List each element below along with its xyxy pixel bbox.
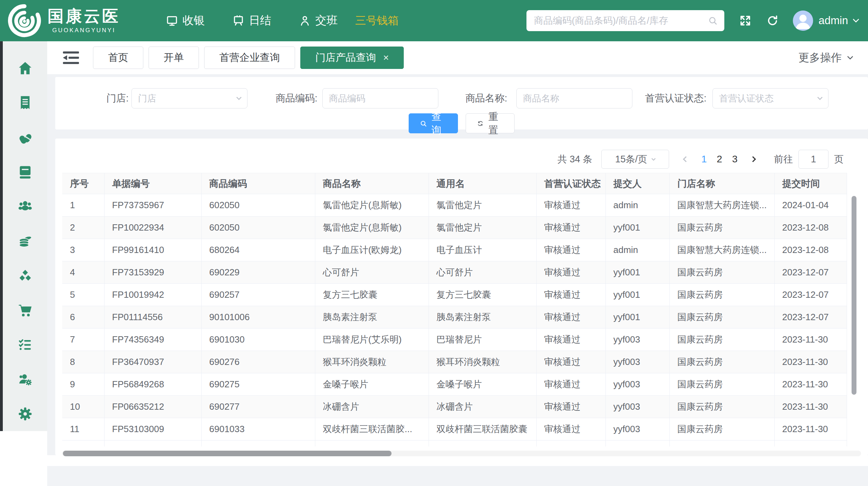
sidebar-item-tasks[interactable] (3, 327, 47, 362)
table-row[interactable]: 4FP73153929690229心可舒片心可舒片审核通过yyf001国康云药房… (62, 261, 861, 284)
results-panel: 共 34 条 15条/页 1 2 3 前往 页 (55, 139, 868, 455)
tab-home[interactable]: 首页 (93, 47, 143, 69)
table-row[interactable]: 9FP56849268690275金嗓子喉片金嗓子喉片审核通过yyf003国康云… (62, 373, 861, 396)
search-button[interactable]: 查询 (409, 113, 458, 133)
store-select-placeholder: 门店 (138, 92, 237, 105)
sidebar-item-staff[interactable] (3, 362, 47, 397)
global-search (526, 10, 724, 31)
table-cell: yyf003 (605, 396, 669, 418)
sidebar-item-purchase[interactable] (3, 293, 47, 327)
more-operations-button[interactable]: 更多操作 (798, 41, 852, 74)
table-cell (429, 441, 536, 447)
scrollbar-gutter (847, 418, 861, 441)
table-cell: 602050 (201, 194, 315, 217)
cubes-icon (17, 268, 33, 284)
refresh-icon[interactable] (766, 14, 779, 27)
table-cell: yyf001 (605, 284, 669, 306)
sidebar-item-medicines[interactable] (3, 120, 47, 155)
table-row[interactable]: 8FP36470937690276猴耳环消炎颗粒猴耳环消炎颗粒审核通过yyf00… (62, 351, 861, 373)
close-icon[interactable]: × (383, 53, 389, 63)
username[interactable]: admin (819, 14, 848, 27)
sidebar-item-inventory[interactable] (3, 258, 47, 293)
sidebar-item-catalog[interactable] (3, 155, 47, 189)
table-row[interactable] (62, 441, 861, 447)
cert-status-select[interactable]: 首营认证状态 (712, 88, 828, 108)
next-page-button[interactable] (746, 150, 760, 169)
table-header-row: 序号单据编号商品编码商品名称通用名首营认证状态提交人门店名称提交时间 (62, 173, 861, 194)
table-cell: 680264 (201, 239, 315, 261)
home-icon (17, 60, 33, 76)
table-cell: 2023-11-30 (774, 418, 847, 441)
table-cell: 氯雷他定片 (429, 194, 536, 217)
page-number-1[interactable]: 1 (696, 150, 712, 169)
table-row[interactable]: 11FP531030096901033双歧杆菌三联活菌胶...双歧杆菌三联活菌胶… (62, 418, 861, 441)
table-cell: 审核通过 (536, 329, 605, 351)
table-cell: 审核通过 (536, 194, 605, 217)
sidebar-item-home[interactable] (3, 51, 47, 86)
table-cell (62, 441, 104, 447)
page-size-select[interactable]: 15条/页 (601, 150, 669, 169)
table-cell: yyf003 (605, 329, 669, 351)
table-cell: 690229 (201, 261, 315, 284)
table-cell: 猴耳环消炎颗粒 (315, 351, 429, 373)
table-row[interactable]: 10FP06635212690277冰硼含片冰硼含片审核通过yyf003国康云药… (62, 396, 861, 418)
page-number-3[interactable]: 3 (727, 150, 743, 169)
search-icon[interactable] (708, 15, 718, 26)
goto-page-input[interactable] (798, 150, 828, 169)
table-cell: 602050 (201, 217, 315, 239)
reset-button[interactable]: 重置 (466, 113, 515, 133)
horizontal-scrollbar-thumb[interactable] (63, 451, 392, 456)
table-cell: 2023-12-08 (774, 217, 847, 239)
tab-store-product-query[interactable]: 门店产品查询 × (300, 47, 404, 69)
fullscreen-icon[interactable] (739, 14, 752, 27)
table-row[interactable]: 6FP0111455690101006胰岛素注射泵胰岛素注射泵审核通过yyf00… (62, 306, 861, 329)
sidebar-item-finance[interactable] (3, 224, 47, 259)
nav-day-end[interactable]: 日结 (232, 13, 271, 28)
table-row[interactable]: 7FP743563496901030巴瑞替尼片(艾乐明)巴瑞替尼片审核通过yyf… (62, 329, 861, 351)
tab-enterprise-query[interactable]: 首营企业查询 (204, 47, 295, 69)
table-row[interactable]: 3FP99161410680264电子血压计(欧姆龙)电子血压计审核通过admi… (62, 239, 861, 261)
board-icon (232, 14, 245, 27)
global-search-input[interactable] (534, 15, 708, 26)
prev-page-button[interactable] (679, 150, 693, 169)
table-cell: 11 (62, 418, 104, 441)
table-cell: 氯雷他定片 (429, 217, 536, 239)
sidebar-item-settings[interactable] (3, 396, 47, 431)
sidebar-toggle-button[interactable] (63, 51, 79, 65)
table-cell: 4 (62, 261, 104, 284)
table-cell: 电子血压计(欧姆龙) (315, 239, 429, 261)
tab-bar: 首页 开单 首营企业查询 门店产品查询 × 更多操作 (47, 41, 868, 74)
chevron-down-icon (847, 54, 853, 60)
table-cell: 审核通过 (536, 284, 605, 306)
table-cell: 审核通过 (536, 261, 605, 284)
column-header: 商品名称 (315, 173, 429, 194)
nav-cashier[interactable]: 收银 (166, 13, 205, 28)
table-cell: 金嗓子喉片 (429, 373, 536, 396)
table-cell: 胰岛素注射泵 (429, 306, 536, 329)
cert-select-placeholder: 首营认证状态 (719, 92, 818, 105)
table-cell: 国康云药房 (669, 284, 774, 306)
checklist-icon (17, 337, 33, 353)
open-tabs: 首页 开单 首营企业查询 门店产品查询 × (93, 47, 404, 69)
user-gear-icon (17, 371, 33, 387)
tab-new-order[interactable]: 开单 (149, 47, 199, 69)
vertical-scrollbar-thumb[interactable] (852, 196, 856, 395)
table-row[interactable]: 2FP10022934602050氯雷他定片(息斯敏)氯雷他定片审核通过yyf0… (62, 217, 861, 239)
page-number-2[interactable]: 2 (712, 150, 727, 169)
filter-panel: 门店: 门店 商品编码: 商品名称: 首营认证状态: 首营认证状态 查询 (55, 77, 868, 129)
table-cell: 心可舒片 (315, 261, 429, 284)
table-row[interactable]: 5FP10019942690257复方三七胶囊复方三七胶囊审核通过yyf001国… (62, 284, 861, 306)
store-select[interactable]: 门店 (131, 88, 248, 108)
table-cell (669, 441, 774, 447)
table-cell: admin (605, 239, 669, 261)
sidebar-item-members[interactable] (3, 189, 47, 224)
sidebar-item-orders[interactable] (3, 86, 47, 120)
table-body: 1FP73735967602050氯雷他定片(息斯敏)氯雷他定片审核通过admi… (62, 194, 861, 447)
nav-shift-change[interactable]: 交班 (299, 13, 338, 28)
avatar[interactable] (793, 10, 813, 31)
product-code-input[interactable] (322, 88, 438, 108)
table-row[interactable]: 1FP73735967602050氯雷他定片(息斯敏)氯雷他定片审核通过admi… (62, 194, 861, 217)
user-chevron-down-icon[interactable] (853, 16, 859, 22)
column-header: 门店名称 (669, 173, 774, 194)
cashbox-label[interactable]: 三号钱箱 (355, 13, 399, 28)
